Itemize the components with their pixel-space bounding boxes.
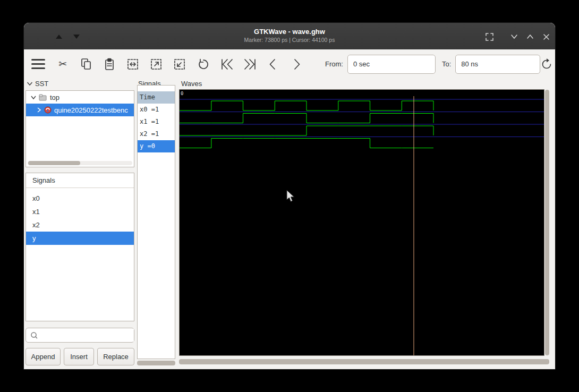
sst-hscrollbar[interactable]	[28, 161, 132, 165]
trace-down-button[interactable]	[73, 35, 80, 39]
close-icon	[543, 33, 550, 40]
signal-item-x1[interactable]: x1	[26, 205, 134, 218]
wave-trace-x0	[180, 101, 433, 110]
window-title: GTKWave - wave.ghw	[24, 23, 555, 36]
zoom-undo-icon	[197, 58, 209, 71]
signal-item-x2[interactable]: x2	[26, 218, 134, 232]
paste-icon	[104, 58, 115, 71]
chevron-right-icon	[290, 58, 303, 71]
copy-button[interactable]	[80, 57, 92, 71]
append-button[interactable]: Append	[25, 348, 61, 365]
signal-value-row-y[interactable]: y =0	[138, 140, 175, 152]
insert-button[interactable]: Insert	[64, 348, 94, 365]
wave-trace-y	[180, 139, 433, 148]
close-button[interactable]	[541, 31, 551, 42]
paste-button[interactable]	[103, 57, 116, 71]
step-back-button[interactable]	[267, 57, 279, 71]
mouse-cursor	[286, 190, 296, 203]
copy-icon	[80, 58, 92, 71]
cut-button[interactable]: ✂	[56, 57, 69, 71]
from-label: From:	[325, 60, 343, 68]
wave-canvas[interactable]: 0	[179, 89, 544, 356]
tree-item-top[interactable]: top	[26, 91, 134, 104]
reload-icon	[540, 58, 553, 71]
skip-start-button[interactable]	[220, 57, 233, 71]
signal-value-row-x2[interactable]: x2 =1	[138, 128, 175, 140]
signals-panel: Signals x0 x1 x2 y	[25, 173, 134, 321]
wave-trace-x1	[180, 114, 433, 123]
expander-right-icon	[36, 107, 42, 113]
zoom-in-button[interactable]	[150, 57, 163, 71]
timeline-origin-label: 0	[181, 91, 183, 96]
signal-value-row-x1[interactable]: x1 =1	[138, 116, 175, 128]
sst-label: SST	[35, 80, 48, 88]
minimize-button[interactable]	[525, 31, 535, 42]
tree-item-label: quine20250222testbenc	[54, 106, 128, 114]
window-status: Marker: 73800 ps | Cursor: 44100 ps	[24, 37, 555, 43]
search-icon	[30, 331, 37, 339]
trace-up-button[interactable]	[56, 35, 62, 39]
tree-item-label: top	[50, 93, 59, 101]
titlebar: GTKWave - wave.ghw Marker: 73800 ps | Cu…	[24, 23, 555, 49]
chevron-up-icon	[526, 34, 534, 39]
to-input[interactable]	[455, 55, 540, 74]
fullscreen-icon	[486, 33, 493, 41]
menu-icon	[31, 59, 45, 69]
fullscreen-button[interactable]	[484, 31, 495, 42]
skip-start-icon	[220, 58, 233, 71]
skip-end-button[interactable]	[243, 57, 256, 71]
signal-value-row-x0[interactable]: x0 =1	[138, 104, 175, 116]
sst-tree: top quine20250222testbenc	[25, 90, 134, 167]
sst-header[interactable]: SST	[27, 80, 48, 88]
zoom-out-icon	[173, 58, 186, 71]
toolbar: ✂	[24, 49, 555, 79]
wave-trace-x2	[180, 126, 433, 135]
component-icon	[44, 106, 52, 114]
expander-down-icon	[27, 81, 33, 86]
reload-button[interactable]	[540, 57, 553, 71]
replace-button[interactable]: Replace	[97, 348, 134, 365]
to-label: To:	[442, 60, 451, 68]
signal-item-x0[interactable]: x0	[26, 192, 134, 205]
expander-down-icon	[30, 94, 37, 100]
waveform-display: 0	[180, 90, 544, 355]
window-menu-button[interactable]	[509, 31, 520, 42]
zoom-undo-button[interactable]	[197, 57, 209, 71]
menu-button[interactable]	[31, 57, 46, 71]
waves-label: Waves	[181, 80, 202, 88]
module-icon	[39, 94, 47, 101]
zoom-fit-button[interactable]	[126, 57, 139, 71]
zoom-out-button[interactable]	[173, 57, 186, 71]
chevron-down-icon	[510, 34, 518, 39]
tree-item-testbench[interactable]: quine20250222testbenc	[26, 104, 134, 116]
wave-vscrollbar[interactable]	[545, 89, 549, 356]
zoom-fit-icon	[126, 58, 139, 71]
signal-search	[25, 328, 134, 343]
signals-panel-header: Signals	[26, 173, 134, 188]
step-forward-button[interactable]	[290, 57, 303, 71]
wave-hscrollbar[interactable]	[179, 359, 549, 364]
signal-value-list: Time x0 =1 x1 =1 x2 =1 y =0	[137, 85, 175, 359]
signal-item-y[interactable]: y	[26, 232, 134, 245]
chevron-left-icon	[267, 58, 279, 71]
cut-icon: ✂	[58, 58, 67, 70]
signal-list-hscrollbar[interactable]	[137, 361, 175, 365]
from-input[interactable]	[347, 55, 436, 74]
gtkwave-window: GTKWave - wave.ghw Marker: 73800 ps | Cu…	[24, 23, 555, 369]
skip-end-icon	[243, 58, 256, 71]
search-input[interactable]	[40, 329, 134, 342]
time-column-header[interactable]: Time	[138, 91, 175, 104]
zoom-in-icon	[150, 58, 163, 71]
